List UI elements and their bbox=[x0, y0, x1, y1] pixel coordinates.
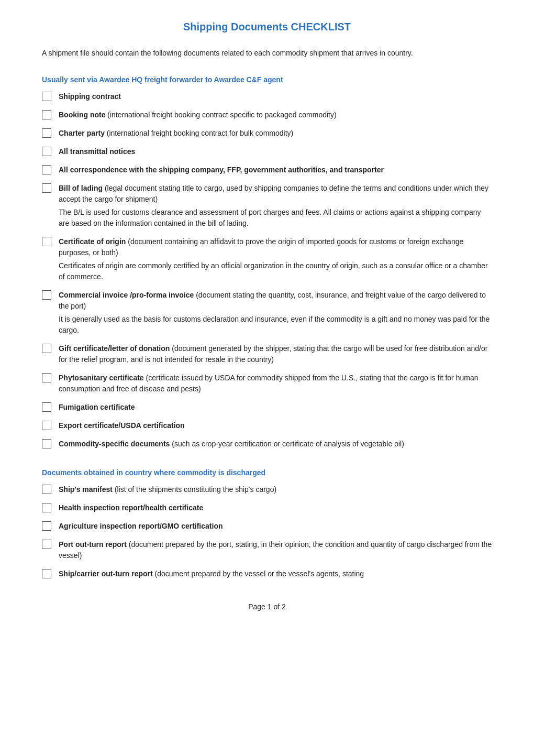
checkbox-item-phytosanitary[interactable] bbox=[42, 373, 51, 382]
list-item: Export certificate/USDA certification bbox=[42, 420, 492, 433]
item-bold-item-booking-note: Booking note bbox=[59, 111, 105, 119]
item-bold-item-health-inspection: Health inspection report/health certific… bbox=[59, 503, 203, 512]
checkbox-item-health-inspection[interactable] bbox=[42, 503, 51, 512]
item-bold-item-phytosanitary: Phytosanitary certificate bbox=[59, 374, 144, 382]
item-content-item-certificate-of-origin: Certificate of origin (document containi… bbox=[59, 236, 492, 284]
item-extra-item-commercial-invoice: It is generally used as the basis for cu… bbox=[59, 314, 492, 336]
item-content-item-charter-party: Charter party (international freight boo… bbox=[59, 128, 492, 141]
item-content-item-commercial-invoice: Commercial invoice /pro-forma invoice (d… bbox=[59, 290, 492, 338]
checkbox-item-bill-of-lading[interactable] bbox=[42, 183, 51, 193]
section-heading-section-1: Usually sent via Awardee HQ freight forw… bbox=[42, 75, 492, 84]
item-normal-item-charter-party: (international freight booking contract … bbox=[105, 129, 293, 137]
checkbox-item-certificate-of-origin[interactable] bbox=[42, 237, 51, 246]
checkbox-item-gift-certificate[interactable] bbox=[42, 344, 51, 353]
item-bold-item-export-certificate: Export certificate/USDA certification bbox=[59, 421, 185, 430]
item-normal-item-ships-manifest: (list of the shipments constituting the … bbox=[113, 485, 276, 494]
item-content-item-ships-manifest: Ship's manifest (list of the shipments c… bbox=[59, 484, 492, 497]
item-bold-item-port-out-turn: Port out-turn report bbox=[59, 540, 127, 549]
item-content-item-export-certificate: Export certificate/USDA certification bbox=[59, 420, 492, 433]
item-bold-item-agriculture-inspection: Agriculture inspection report/GMO certif… bbox=[59, 522, 222, 530]
list-item: Health inspection report/health certific… bbox=[42, 502, 492, 516]
page-title: Shipping Documents CHECKLIST bbox=[42, 21, 492, 33]
checkbox-item-commodity-specific[interactable] bbox=[42, 439, 51, 448]
item-content-item-all-correspondence: All correspondence with the shipping com… bbox=[59, 165, 492, 178]
list-item: All transmittal notices bbox=[42, 146, 492, 159]
item-bold-item-ships-manifest: Ship's manifest bbox=[59, 485, 113, 494]
page-footer: Page 1 of 2 bbox=[42, 602, 492, 611]
item-extra-item-certificate-of-origin: Certificates of origin are commonly cert… bbox=[59, 260, 492, 282]
item-bold-item-commodity-specific: Commodity-specific documents bbox=[59, 440, 170, 448]
checklist-section-1: Shipping contractBooking note (internati… bbox=[42, 91, 492, 452]
item-content-item-all-transmittal: All transmittal notices bbox=[59, 146, 492, 159]
section-heading-section-2: Documents obtained in country where comm… bbox=[42, 468, 492, 477]
list-item: Certificate of origin (document containi… bbox=[42, 236, 492, 284]
item-content-item-bill-of-lading: Bill of lading (legal document stating t… bbox=[59, 183, 492, 231]
item-content-item-fumigation: Fumigation certificate bbox=[59, 402, 492, 415]
item-content-item-ship-carrier-out-turn: Ship/carrier out-turn report (document p… bbox=[59, 568, 492, 582]
list-item: Bill of lading (legal document stating t… bbox=[42, 183, 492, 231]
checkbox-item-commercial-invoice[interactable] bbox=[42, 290, 51, 300]
list-item: Port out-turn report (document prepared … bbox=[42, 539, 492, 563]
list-item: Charter party (international freight boo… bbox=[42, 128, 492, 141]
checkbox-item-all-correspondence[interactable] bbox=[42, 165, 51, 174]
list-item: Booking note (international freight book… bbox=[42, 109, 492, 123]
item-normal-item-ship-carrier-out-turn: (document prepared by the vessel or the … bbox=[153, 569, 364, 578]
item-extra-item-bill-of-lading: The B/L is used for customs clearance an… bbox=[59, 207, 492, 229]
item-content-item-commodity-specific: Commodity-specific documents (such as cr… bbox=[59, 439, 492, 452]
item-content-item-shipping-contract: Shipping contract bbox=[59, 91, 492, 104]
item-bold-item-gift-certificate: Gift certificate/letter of donation bbox=[59, 344, 170, 353]
checkbox-item-export-certificate[interactable] bbox=[42, 421, 51, 430]
list-item: All correspondence with the shipping com… bbox=[42, 165, 492, 178]
item-bold-item-bill-of-lading: Bill of lading bbox=[59, 184, 103, 192]
checkbox-item-port-out-turn[interactable] bbox=[42, 540, 51, 549]
checkbox-item-charter-party[interactable] bbox=[42, 128, 51, 138]
list-item: Agriculture inspection report/GMO certif… bbox=[42, 521, 492, 534]
item-normal-item-bill-of-lading: (legal document stating title to cargo, … bbox=[59, 184, 488, 203]
item-bold-item-commercial-invoice: Commercial invoice /pro-forma invoice bbox=[59, 291, 194, 299]
item-bold-item-certificate-of-origin: Certificate of origin bbox=[59, 237, 126, 246]
list-item: Phytosanitary certificate (certificate i… bbox=[42, 372, 492, 397]
list-item: Gift certificate/letter of donation (doc… bbox=[42, 343, 492, 367]
item-normal-item-booking-note: (international freight booking contract … bbox=[105, 111, 336, 119]
list-item: Commercial invoice /pro-forma invoice (d… bbox=[42, 290, 492, 338]
checkbox-item-all-transmittal[interactable] bbox=[42, 147, 51, 156]
list-item: Commodity-specific documents (such as cr… bbox=[42, 439, 492, 452]
item-bold-item-charter-party: Charter party bbox=[59, 129, 105, 137]
checkbox-item-agriculture-inspection[interactable] bbox=[42, 521, 51, 531]
checkbox-item-booking-note[interactable] bbox=[42, 110, 51, 119]
list-item: Fumigation certificate bbox=[42, 402, 492, 415]
item-bold-item-all-transmittal: All transmittal notices bbox=[59, 147, 135, 156]
item-bold-item-shipping-contract: Shipping contract bbox=[59, 92, 121, 101]
item-content-item-booking-note: Booking note (international freight book… bbox=[59, 109, 492, 123]
item-bold-item-fumigation: Fumigation certificate bbox=[59, 403, 135, 411]
item-bold-item-ship-carrier-out-turn: Ship/carrier out-turn report bbox=[59, 569, 153, 578]
content-area: Usually sent via Awardee HQ freight forw… bbox=[42, 75, 492, 582]
item-bold-item-all-correspondence: All correspondence with the shipping com… bbox=[59, 166, 384, 174]
list-item: Ship's manifest (list of the shipments c… bbox=[42, 484, 492, 497]
checkbox-item-ships-manifest[interactable] bbox=[42, 485, 51, 494]
checklist-section-2: Ship's manifest (list of the shipments c… bbox=[42, 484, 492, 582]
intro-text: A shipment file should contain the follo… bbox=[42, 48, 492, 59]
item-content-item-health-inspection: Health inspection report/health certific… bbox=[59, 502, 492, 516]
item-normal-item-commodity-specific: (such as crop-year certification or cert… bbox=[170, 440, 404, 448]
item-content-item-agriculture-inspection: Agriculture inspection report/GMO certif… bbox=[59, 521, 492, 534]
checkbox-item-fumigation[interactable] bbox=[42, 402, 51, 412]
item-content-item-port-out-turn: Port out-turn report (document prepared … bbox=[59, 539, 492, 563]
item-content-item-phytosanitary: Phytosanitary certificate (certificate i… bbox=[59, 372, 492, 397]
list-item: Ship/carrier out-turn report (document p… bbox=[42, 568, 492, 582]
list-item: Shipping contract bbox=[42, 91, 492, 104]
checkbox-item-ship-carrier-out-turn[interactable] bbox=[42, 569, 51, 578]
checkbox-item-shipping-contract[interactable] bbox=[42, 92, 51, 101]
item-content-item-gift-certificate: Gift certificate/letter of donation (doc… bbox=[59, 343, 492, 367]
